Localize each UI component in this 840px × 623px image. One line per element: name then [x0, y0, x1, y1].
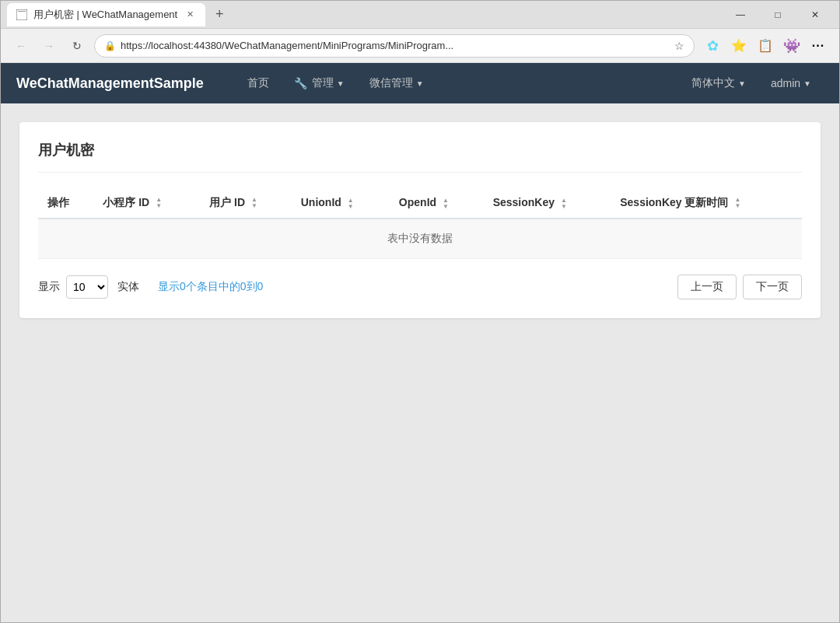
col-header-miniprogram-id[interactable]: 小程序 ID ▲▼ [93, 188, 200, 219]
sort-icon-miniprogram-id: ▲▼ [156, 197, 162, 209]
app-container: WeChatManagementSample 首页 🔧 管理 ▼ 微信管理 ▼ … [1, 63, 839, 622]
url-text: https://localhost:44380/WeChatManagement… [121, 40, 667, 51]
sort-icon-unionid: ▲▼ [348, 198, 354, 210]
entity-label: 实体 [117, 280, 139, 294]
show-label: 显示 [38, 280, 60, 294]
sort-icon-user-id: ▲▼ [251, 197, 257, 209]
col-header-openid[interactable]: OpenId ▲▼ [390, 188, 484, 219]
pagination-buttons: 上一页 下一页 [677, 275, 802, 299]
new-tab-button[interactable]: + [208, 4, 230, 26]
col-header-user-id[interactable]: 用户 ID ▲▼ [200, 188, 292, 219]
next-page-button[interactable]: 下一页 [743, 275, 802, 299]
nav-item-wechat[interactable]: 微信管理 ▼ [357, 70, 436, 96]
nav-item-manage[interactable]: 🔧 管理 ▼ [282, 70, 357, 96]
empty-row: 表中没有数据 [38, 219, 802, 259]
navbar: WeChatManagementSample 首页 🔧 管理 ▼ 微信管理 ▼ … [1, 63, 839, 103]
sort-icon-openid: ▲▼ [443, 198, 449, 210]
lock-icon: 🔒 [104, 40, 116, 51]
table-wrapper: 操作 小程序 ID ▲▼ 用户 ID ▲▼ [38, 188, 802, 259]
nav-item-home[interactable]: 首页 [235, 70, 282, 96]
nav-wechat-arrow: ▼ [416, 79, 424, 88]
table-footer: 显示 10 25 50 100 实体 显示0个条目中的0到0 上一页 下一页 [38, 275, 802, 299]
nav-admin-label: admin [771, 77, 800, 89]
nav-item-admin[interactable]: admin ▼ [758, 70, 824, 96]
refresh-button[interactable]: ↻ [66, 35, 88, 57]
close-button[interactable]: ✕ [797, 2, 833, 27]
tab-close-button[interactable]: ✕ [184, 9, 196, 21]
restore-button[interactable]: □ [760, 2, 796, 27]
pagination-info: 显示0个条目中的0到0 [158, 280, 263, 294]
nav-home-label: 首页 [247, 76, 269, 90]
forward-button[interactable]: → [38, 35, 60, 57]
prev-page-button[interactable]: 上一页 [677, 275, 737, 299]
main-card: 用户机密 操作 小程序 ID ▲▼ [19, 122, 821, 318]
nav-language-label: 简体中文 [691, 76, 735, 90]
address-bar[interactable]: 🔒 https://localhost:44380/WeChatManageme… [94, 34, 695, 58]
nav-wechat-label: 微信管理 [369, 76, 413, 90]
col-header-operation: 操作 [38, 188, 93, 219]
col-header-sessionkey[interactable]: SessionKey ▲▼ [484, 188, 611, 219]
sort-icon-sessionkey: ▲▼ [561, 198, 567, 210]
per-page-select[interactable]: 10 25 50 100 [66, 275, 108, 299]
nav-language-arrow: ▼ [738, 79, 746, 88]
browser-tab[interactable]: 用户机密 | WeChatManagement ✕ [7, 3, 205, 26]
navbar-brand[interactable]: WeChatManagementSample [16, 75, 204, 92]
col-header-sessionkey-update[interactable]: SessionKey 更新时间 ▲▼ [611, 188, 802, 219]
minimize-button[interactable]: — [723, 2, 758, 27]
col-header-unionid[interactable]: UnionId ▲▼ [292, 188, 390, 219]
extensions-icon[interactable]: ⭐ [727, 34, 751, 58]
data-table: 操作 小程序 ID ▲▼ 用户 ID ▲▼ [38, 188, 802, 259]
nav-manage-arrow: ▼ [337, 79, 345, 88]
nav-manage-label: 管理 [312, 76, 334, 90]
table-header-row: 操作 小程序 ID ▲▼ 用户 ID ▲▼ [38, 188, 802, 219]
wrench-icon: 🔧 [294, 77, 307, 89]
menu-icon[interactable]: ··· [807, 34, 830, 58]
page-content: 用户机密 操作 小程序 ID ▲▼ [1, 103, 839, 622]
empty-message: 表中没有数据 [38, 219, 802, 259]
bookmark-icon[interactable]: ☆ [674, 40, 684, 52]
react-devtools-icon[interactable]: ✿ [701, 34, 724, 58]
page-title: 用户机密 [38, 141, 802, 173]
sort-icon-sessionkey-update: ▲▼ [734, 197, 740, 209]
profile-icon[interactable]: 👾 [780, 34, 803, 58]
tab-favicon-icon [16, 9, 27, 20]
navbar-menu: 首页 🔧 管理 ▼ 微信管理 ▼ [235, 70, 679, 96]
nav-admin-arrow: ▼ [803, 79, 811, 88]
addressbar: ← → ↻ 🔒 https://localhost:44380/WeChatMa… [1, 29, 839, 63]
nav-item-language[interactable]: 简体中文 ▼ [679, 70, 758, 96]
tab-title: 用户机密 | WeChatManagement [33, 8, 177, 22]
screenshot-icon[interactable]: 📋 [754, 34, 777, 58]
navbar-right: 简体中文 ▼ admin ▼ [679, 70, 824, 96]
back-button[interactable]: ← [10, 35, 32, 57]
